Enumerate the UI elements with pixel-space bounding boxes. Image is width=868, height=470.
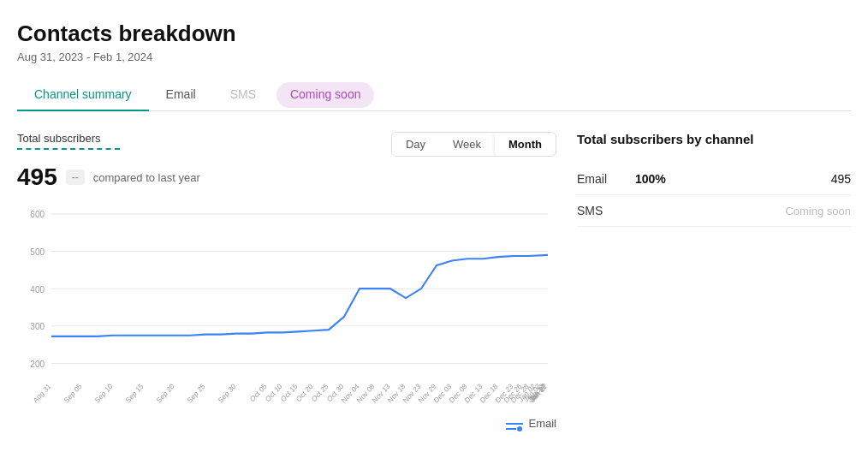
- time-filter: Day Week Month: [391, 132, 556, 157]
- tab-sms[interactable]: SMS: [213, 79, 273, 111]
- svg-text:400: 400: [30, 284, 45, 294]
- subscribers-header: Total subscribers Day Week Month: [17, 132, 556, 157]
- chart-container: 600 500 400 300 200 Aug 31 Sep 05 Sep 10…: [17, 205, 556, 410]
- channel-count-email: 495: [831, 172, 851, 186]
- sidebar-title: Total subscribers by channel: [577, 132, 851, 150]
- time-btn-month[interactable]: Month: [495, 133, 556, 156]
- channel-name-sms: SMS: [577, 204, 628, 217]
- channel-pct-email: 100%: [635, 172, 824, 186]
- subscribers-title-block: Total subscribers: [17, 132, 120, 157]
- date-range: Aug 31, 2023 - Feb 1, 2024: [17, 51, 851, 63]
- tab-email[interactable]: Email: [149, 79, 213, 111]
- title-underline: [17, 148, 120, 150]
- svg-text:Sep 20: Sep 20: [155, 382, 176, 405]
- page-container: Contacts breakdown Aug 31, 2023 - Feb 1,…: [0, 0, 868, 450]
- svg-text:200: 200: [30, 359, 45, 368]
- page-title: Contacts breakdown: [17, 21, 851, 47]
- subscribers-count-row: 495 -- compared to last year: [17, 164, 556, 191]
- time-btn-week[interactable]: Week: [439, 133, 495, 156]
- channel-row-sms: SMS Coming soon: [577, 195, 851, 227]
- tab-coming-soon[interactable]: Coming soon: [276, 82, 375, 108]
- legend-label: Email: [528, 417, 556, 430]
- sidebar-panel: Total subscribers by channel Email 100% …: [577, 132, 851, 430]
- legend-line-icon: [506, 423, 523, 425]
- subscribers-title: Total subscribers: [17, 132, 120, 145]
- svg-point-43: [517, 426, 522, 431]
- svg-text:Aug 31: Aug 31: [32, 382, 53, 405]
- tab-bar: Channel summary Email SMS Coming soon: [17, 79, 851, 111]
- email-line: [51, 255, 548, 336]
- chart-legend: Email: [17, 417, 556, 430]
- svg-text:Sep 15: Sep 15: [124, 382, 146, 405]
- compared-text: compared to last year: [93, 171, 200, 184]
- svg-text:600: 600: [30, 210, 45, 219]
- comparison-badge: --: [66, 170, 85, 185]
- channel-row-email: Email 100% 495: [577, 164, 851, 195]
- svg-text:500: 500: [30, 247, 45, 257]
- channel-name-email: Email: [577, 172, 628, 186]
- chart-section: Total subscribers Day Week Month 495 -- …: [17, 132, 556, 430]
- svg-text:Sep 25: Sep 25: [186, 382, 207, 405]
- tab-channel-summary[interactable]: Channel summary: [17, 79, 149, 111]
- channel-coming-soon-label: Coming soon: [785, 205, 851, 217]
- svg-text:300: 300: [30, 322, 45, 331]
- svg-text:Sep 05: Sep 05: [62, 382, 84, 405]
- line-chart: 600 500 400 300 200 Aug 31 Sep 05 Sep 10…: [17, 205, 556, 410]
- subscriber-count: 495: [17, 164, 57, 191]
- svg-text:Sep 10: Sep 10: [93, 382, 115, 405]
- main-content: Total subscribers Day Week Month 495 -- …: [17, 132, 851, 430]
- time-btn-day[interactable]: Day: [392, 133, 439, 156]
- svg-text:Sep 30: Sep 30: [217, 382, 238, 405]
